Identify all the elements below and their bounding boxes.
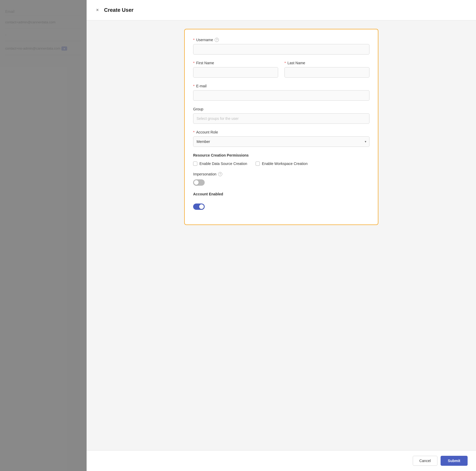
account-enabled-group: Account Enabled xyxy=(193,192,369,210)
impersonation-label-row: Impersonation ? xyxy=(193,172,369,176)
modal-body: * Username ? * First Name * xyxy=(87,20,476,450)
impersonation-toggle[interactable] xyxy=(193,179,205,186)
enable-workspace-checkbox-item[interactable]: Enable Workspace Creation xyxy=(256,162,308,166)
submit-button[interactable]: Submit xyxy=(441,456,468,466)
group-label: Group xyxy=(193,107,369,111)
account-enabled-toggle-thumb xyxy=(199,204,204,209)
account-role-group: * Account Role Member Admin Viewer ▾ xyxy=(193,130,369,147)
permissions-group: Resource Creation Permissions Enable Dat… xyxy=(193,153,369,166)
enable-data-source-label: Enable Data Source Creation xyxy=(199,162,247,166)
firstname-required-star: * xyxy=(193,61,194,65)
username-required-star: * xyxy=(193,38,194,42)
enable-workspace-checkbox[interactable] xyxy=(256,162,260,166)
modal-title: Create User xyxy=(104,7,134,13)
form-container: * Username ? * First Name * xyxy=(184,29,378,225)
impersonation-help-icon[interactable]: ? xyxy=(218,172,222,176)
lastname-group: * Last Name xyxy=(284,61,369,78)
account-enabled-toggle-track xyxy=(193,204,205,210)
username-input[interactable] xyxy=(193,44,369,55)
cancel-button[interactable]: Cancel xyxy=(413,456,437,466)
firstname-input[interactable] xyxy=(193,67,278,78)
enable-data-source-checkbox[interactable] xyxy=(193,162,197,166)
firstname-label: * First Name xyxy=(193,61,278,65)
lastname-label: * Last Name xyxy=(284,61,369,65)
enable-data-source-checkbox-item[interactable]: Enable Data Source Creation xyxy=(193,162,247,166)
account-enabled-toggle[interactable] xyxy=(193,204,205,210)
firstname-group: * First Name xyxy=(193,61,278,78)
email-label: * E-mail xyxy=(193,84,369,88)
account-role-required-star: * xyxy=(193,130,194,134)
account-role-select[interactable]: Member Admin Viewer xyxy=(193,136,369,147)
permissions-checkbox-group: Enable Data Source Creation Enable Works… xyxy=(193,162,369,166)
permissions-section-label: Resource Creation Permissions xyxy=(193,153,369,157)
impersonation-toggle-track xyxy=(193,179,205,186)
group-group: Group xyxy=(193,107,369,124)
impersonation-label: Impersonation xyxy=(193,172,216,176)
username-group: * Username ? xyxy=(193,38,369,55)
username-help-icon[interactable]: ? xyxy=(215,38,219,42)
close-button[interactable]: × xyxy=(95,6,100,14)
account-role-select-wrapper: Member Admin Viewer ▾ xyxy=(193,136,369,147)
email-group: * E-mail xyxy=(193,84,369,101)
group-input[interactable] xyxy=(193,113,369,124)
impersonation-group: Impersonation ? xyxy=(193,172,369,186)
username-label: * Username ? xyxy=(193,38,369,42)
lastname-required-star: * xyxy=(284,61,286,65)
modal-header: × Create User xyxy=(87,0,476,20)
lastname-input[interactable] xyxy=(284,67,369,78)
account-enabled-label: Account Enabled xyxy=(193,192,369,196)
account-role-label: * Account Role xyxy=(193,130,369,134)
email-input[interactable] xyxy=(193,90,369,101)
enable-workspace-label: Enable Workspace Creation xyxy=(262,162,308,166)
impersonation-toggle-thumb xyxy=(194,180,199,185)
modal-footer: Cancel Submit xyxy=(87,450,476,471)
email-required-star: * xyxy=(193,84,194,88)
create-user-modal: × Create User * Username ? * First Name xyxy=(87,0,476,471)
name-row: * First Name * Last Name xyxy=(193,61,369,78)
